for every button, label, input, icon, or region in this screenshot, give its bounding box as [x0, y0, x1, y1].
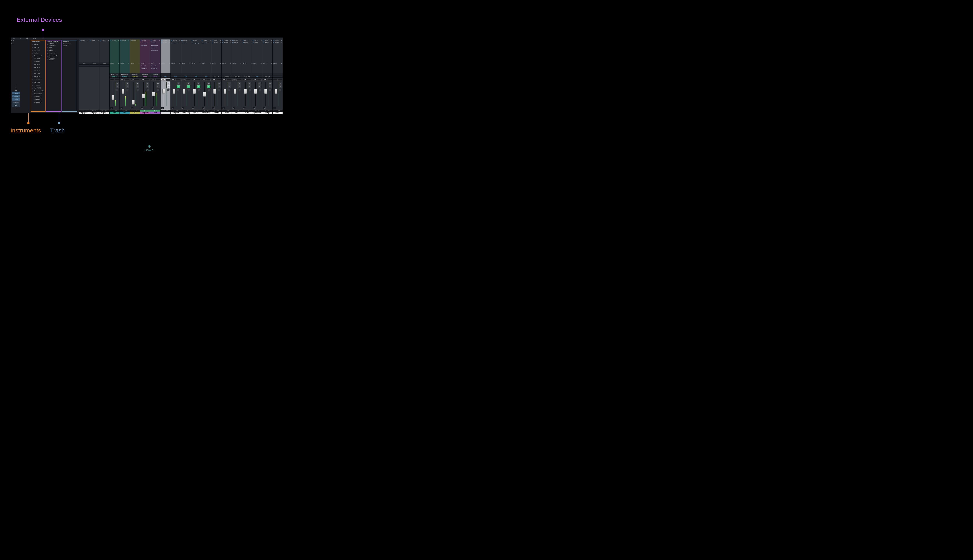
channel-size-selector[interactable]: Tiny: [30, 38, 38, 40]
list-item[interactable]: ▹SampleOne: [31, 92, 45, 95]
panel-tab-outputs[interactable]: Outputs: [12, 95, 20, 98]
gain-readout[interactable]: [273, 79, 278, 81]
channel-name[interactable]: Eingang L: [89, 112, 99, 114]
solo-button[interactable]: S: [279, 85, 282, 88]
solo-button[interactable]: S: [166, 85, 170, 88]
io-output[interactable]: Sound FX: [120, 75, 130, 78]
list-item[interactable]: ▹Qwerty Keyboard: [46, 43, 61, 46]
io-output[interactable]: Main: [201, 75, 211, 78]
pan-readout[interactable]: [176, 79, 180, 81]
add-icon[interactable]: +: [281, 63, 282, 64]
io-input[interactable]: [242, 73, 252, 75]
io-output[interactable]: Main: [181, 75, 191, 78]
insert-slot[interactable]: Pro EQ: [150, 42, 160, 44]
power-icon[interactable]: [181, 40, 182, 41]
panel-tab-instr[interactable]: Instr.: [12, 104, 20, 107]
mute-button[interactable]: M: [166, 82, 170, 85]
list-item[interactable]: ▹Mojito: [31, 52, 45, 55]
solo-button[interactable]: S: [217, 85, 221, 88]
list-item[interactable]: ▹Presence: [31, 60, 45, 63]
power-icon[interactable]: [242, 40, 244, 41]
gain-readout[interactable]: 0dB: [120, 79, 125, 81]
mute-button[interactable]: M: [217, 82, 221, 85]
pan-readout[interactable]: [217, 79, 221, 81]
io-output[interactable]: Sound FX: [110, 75, 119, 78]
io-input[interactable]: SampleOne: [140, 73, 150, 75]
list-item[interactable]: ▹Presence 3 2: [31, 90, 45, 92]
insert-slot[interactable]: Fat Channel: [150, 44, 160, 47]
gain-readout[interactable]: 0dB: [161, 79, 166, 81]
global-solo[interactable]: S: [17, 38, 24, 40]
channel-name[interactable]: Open AIR: [211, 112, 221, 114]
record-arm-button[interactable]: [187, 88, 190, 91]
tool-icon[interactable]: ✎: [13, 40, 14, 42]
list-item[interactable]: ▹Maschine Control: [46, 57, 61, 60]
io-routing[interactable]: SampleOneVocals: [140, 73, 150, 78]
list-item[interactable]: ▹Presence 6: [31, 101, 45, 104]
close-icon[interactable]: ×: [11, 40, 12, 42]
solo-button[interactable]: S: [258, 85, 262, 88]
power-icon[interactable]: [90, 40, 91, 41]
io-output[interactable]: Comp Bus: [232, 75, 242, 78]
channel-name[interactable]: Analog Delay: [201, 112, 211, 114]
add-icon[interactable]: +: [88, 40, 89, 41]
add-icon[interactable]: +: [251, 42, 251, 43]
mute-button[interactable]: M: [126, 82, 129, 85]
io-input[interactable]: [211, 73, 221, 75]
mute-button[interactable]: M: [207, 82, 211, 85]
volume-fader[interactable]: [122, 82, 124, 106]
pan-readout[interactable]: [237, 79, 241, 81]
gain-readout[interactable]: 0dB: [192, 79, 196, 81]
add-icon[interactable]: +: [43, 41, 44, 43]
add-icon[interactable]: +: [139, 40, 139, 41]
list-item[interactable]: ▹Impact 3: [31, 66, 45, 69]
insert-slot[interactable]: Fat Channel: [140, 42, 150, 44]
solo-button[interactable]: S: [187, 85, 190, 88]
power-icon[interactable]: [161, 40, 162, 41]
io-input[interactable]: [252, 73, 262, 75]
power-icon[interactable]: [141, 40, 142, 41]
io-input[interactable]: [232, 73, 242, 75]
add-icon[interactable]: +: [169, 63, 170, 64]
add-icon[interactable]: +: [241, 63, 241, 64]
record-arm-button[interactable]: [258, 88, 261, 91]
list-item[interactable]: ▹Mai Tai 5: [31, 81, 45, 83]
solo-button[interactable]: S: [197, 85, 201, 88]
record-arm-button[interactable]: [279, 88, 282, 91]
list-item[interactable]: ▹Presence 5: [31, 98, 45, 101]
record-arm-button[interactable]: [248, 88, 251, 91]
global-mute[interactable]: M: [11, 38, 17, 40]
add-icon[interactable]: +: [230, 63, 231, 64]
panel-tab-trash[interactable]: Trash: [12, 98, 20, 101]
pan-readout[interactable]: [227, 79, 231, 81]
solo-button[interactable]: S: [207, 85, 211, 88]
volume-fader[interactable]: [172, 82, 176, 106]
channel-name[interactable]: Sound FX: [273, 112, 283, 114]
io-routing[interactable]: Eingang L+RSound FX: [120, 73, 130, 78]
volume-fader[interactable]: [152, 82, 155, 106]
add-icon[interactable]: +: [251, 63, 251, 64]
volume-fader[interactable]: [224, 82, 226, 106]
add-icon[interactable]: +: [271, 42, 272, 43]
add-icon[interactable]: +: [98, 40, 99, 41]
record-arm-button[interactable]: [207, 88, 210, 91]
insert-slot[interactable]: Autofilter: [150, 47, 160, 49]
record-arm-button[interactable]: [157, 88, 159, 91]
gain-readout[interactable]: 0dB: [212, 79, 216, 81]
power-icon[interactable]: [151, 40, 152, 41]
power-icon[interactable]: [130, 40, 132, 41]
add-icon[interactable]: +: [149, 40, 150, 41]
io-routing[interactable]: Main: [171, 73, 181, 78]
collapse-up-icon[interactable]: ▲: [15, 84, 17, 86]
power-icon[interactable]: [171, 40, 172, 41]
list-item[interactable]: ▹HUI: [46, 46, 61, 48]
channel-name[interactable]: FX 1: [110, 112, 120, 114]
add-icon[interactable]: +: [200, 40, 201, 41]
power-icon[interactable]: [192, 40, 193, 41]
power-icon[interactable]: [100, 40, 101, 41]
io-input[interactable]: [262, 73, 272, 75]
mute-button[interactable]: M: [177, 82, 180, 85]
power-icon[interactable]: [110, 40, 111, 41]
add-icon[interactable]: +: [251, 40, 251, 41]
io-input[interactable]: [201, 73, 211, 75]
